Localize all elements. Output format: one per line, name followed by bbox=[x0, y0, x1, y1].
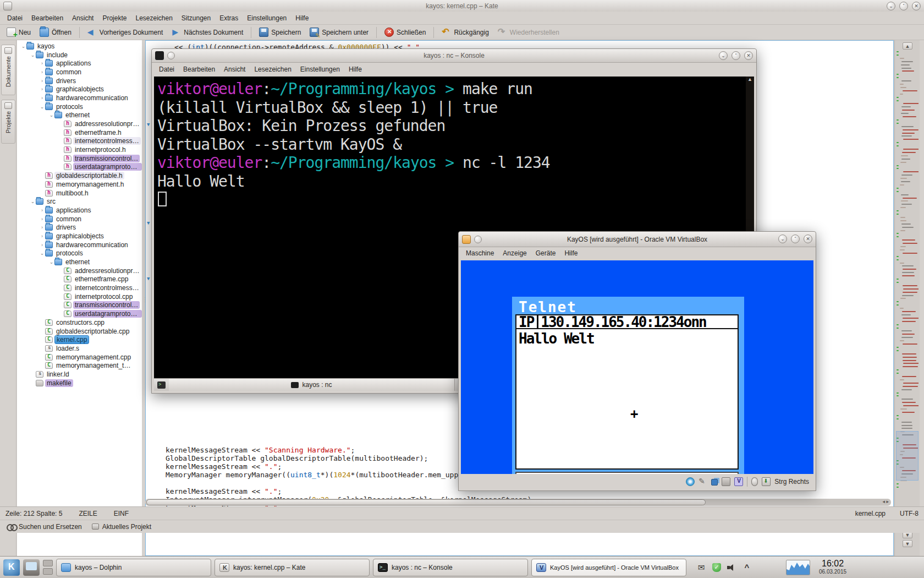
r-ckg-ngig-button[interactable]: Rückgängig bbox=[438, 26, 492, 38]
security-shield-icon[interactable]: ✓ bbox=[712, 563, 721, 572]
tree-file-linker.ld[interactable]: linker.ld bbox=[17, 370, 142, 379]
menu-item-datei[interactable]: Datei bbox=[3, 13, 26, 24]
tree-folder-drivers[interactable]: ›drivers bbox=[17, 77, 142, 85]
menu-item-ansicht[interactable]: Ansicht bbox=[68, 13, 97, 24]
app-launcher-icon[interactable] bbox=[3, 559, 20, 576]
encoding-indicator[interactable]: UTF-8 bbox=[900, 510, 919, 517]
tree-file-userdatagramprotoc-[interactable]: userdatagramprotoc… bbox=[17, 163, 142, 172]
menu-item-bearbeiten[interactable]: Bearbeiten bbox=[28, 13, 67, 24]
new-tab-icon[interactable] bbox=[157, 381, 166, 389]
virtual-desktop-pager[interactable] bbox=[43, 560, 53, 575]
tree-file-internetcontrolmess-[interactable]: internetcontrolmess… bbox=[17, 283, 142, 292]
tree-file-userdatagramprotoc-[interactable]: userdatagramprotoc… bbox=[17, 309, 142, 318]
optical-disc-icon[interactable] bbox=[686, 477, 695, 486]
tree-folder-ethernet[interactable]: ⌄ethernet bbox=[17, 258, 142, 266]
shared-folder-icon[interactable] bbox=[722, 477, 730, 486]
vm-telnet-window[interactable]: Telnet IP 130.149.165.40:1234 onn Hallo … bbox=[512, 297, 744, 474]
tree-file-internetcontrolmess-[interactable]: internetcontrolmess… bbox=[17, 137, 142, 146]
tree-folder-ethernet[interactable]: ⌄ethernet bbox=[17, 111, 142, 120]
tree-folder-hardwarecommunication[interactable]: ›hardwarecommunication bbox=[17, 94, 142, 102]
expand-icon[interactable]: › bbox=[39, 208, 45, 213]
collapse-icon[interactable]: ⌄ bbox=[39, 250, 45, 256]
tree-file-transmissioncontrol-[interactable]: transmissioncontrol… bbox=[17, 301, 142, 310]
tree-file-ethernetframe.h[interactable]: ethernetframe.h bbox=[17, 128, 142, 137]
current-project-tool[interactable]: Aktuelles Projekt bbox=[92, 523, 151, 531]
selection-mode[interactable]: ZEILE bbox=[79, 510, 97, 517]
menu-item-anzeige[interactable]: Anzeige bbox=[499, 248, 530, 259]
collapse-icon[interactable]: ⌄ bbox=[48, 259, 54, 265]
tree-file-memorymanagement.h[interactable]: memorymanagement.h bbox=[17, 180, 142, 189]
tree-file-internetprotocol.h[interactable]: internetprotocol.h bbox=[17, 145, 142, 154]
editor-minimap-scrollbar[interactable]: ▲ ▼ ▼ bbox=[894, 40, 920, 556]
tree-folder-drivers[interactable]: ›drivers bbox=[17, 223, 142, 232]
menu-item-maschine[interactable]: Maschine bbox=[462, 248, 498, 259]
terminal-tab[interactable]: kayos : nc bbox=[169, 379, 455, 391]
expand-icon[interactable]: › bbox=[39, 86, 45, 92]
tree-folder-graphicalobjects[interactable]: ›graphicalobjects bbox=[17, 85, 142, 94]
fold-arrow-icon[interactable]: ▼ bbox=[147, 122, 150, 127]
menu-item-bearbeiten[interactable]: Bearbeiten bbox=[179, 64, 219, 75]
tree-file-addressresolutionpr-[interactable]: addressresolutionpr… bbox=[17, 119, 142, 128]
search-replace-tool[interactable]: Suchen und Ersetzen bbox=[7, 523, 82, 531]
menu-item-geräte[interactable]: Geräte bbox=[532, 248, 560, 259]
scroll-up-icon[interactable]: ▲ bbox=[903, 42, 912, 50]
virtualbox-window[interactable]: KayOS [wird ausgeführt] - Oracle VM Virt… bbox=[458, 231, 816, 491]
scroll-down-icon[interactable]: ▼ bbox=[903, 540, 912, 547]
n-chstes-dokument-button[interactable]: Nächstes Dokument bbox=[168, 26, 246, 38]
konsole-titlebar[interactable]: kayos : nc – Konsole ⌄ ˆ ✕ bbox=[152, 49, 756, 63]
tree-folder-applications[interactable]: ›applications bbox=[17, 206, 142, 215]
volume-icon[interactable] bbox=[727, 564, 736, 571]
desktop-2-square[interactable] bbox=[43, 568, 53, 575]
menu-item-einstellungen[interactable]: Einstellungen bbox=[296, 64, 344, 75]
tree-file-constructors.cpp[interactable]: constructors.cpp bbox=[17, 318, 142, 327]
expand-icon[interactable]: › bbox=[39, 95, 45, 101]
expand-icon[interactable]: › bbox=[39, 225, 45, 230]
taskbar-task-kate[interactable]: kayos: kernel.cpp – Kate bbox=[215, 559, 370, 576]
collapse-icon[interactable]: ⌄ bbox=[30, 52, 36, 58]
menu-item-einstellungen[interactable]: Einstellungen bbox=[243, 13, 290, 24]
menu-item-lesezeichen[interactable]: Lesezeichen bbox=[250, 64, 295, 75]
tree-folder-kayos[interactable]: ⌄kayos bbox=[17, 42, 142, 51]
menu-item-sitzungen[interactable]: Sitzungen bbox=[178, 13, 215, 24]
expand-icon[interactable]: › bbox=[39, 233, 45, 239]
tree-folder-protocols[interactable]: ⌄protocols bbox=[17, 249, 142, 258]
expand-icon[interactable]: › bbox=[39, 216, 45, 222]
tree-file-globaldescriptortable.h[interactable]: globaldescriptortable.h bbox=[17, 171, 142, 180]
vbox-minimize-button[interactable]: ⌄ bbox=[778, 235, 787, 243]
menu-item-hilfe[interactable]: Hilfe bbox=[560, 248, 581, 259]
kate-maximize-button[interactable]: ˆ bbox=[899, 2, 908, 10]
desktop-1-square[interactable] bbox=[43, 560, 53, 566]
ip-input[interactable]: 130.149.165.40:1234 bbox=[537, 315, 683, 329]
sidebar-tab-projekte[interactable]: Projekte bbox=[1, 100, 15, 144]
expand-icon[interactable]: › bbox=[39, 61, 45, 66]
tree-file-memorymanagement-t-[interactable]: memorymanagement_t… bbox=[17, 361, 142, 370]
tree-file-kernel.cpp[interactable]: kernel.cpp bbox=[17, 335, 142, 344]
speichern-button[interactable]: Speichern bbox=[256, 26, 304, 38]
-ffnen-button[interactable]: Öffnen bbox=[36, 26, 75, 38]
vorheriges-dokument-button[interactable]: Vorheriges Dokument bbox=[84, 26, 166, 38]
neu-button[interactable]: Neu bbox=[3, 26, 34, 38]
tray-expand-icon[interactable]: ^ bbox=[742, 563, 752, 572]
minimap-viewport[interactable] bbox=[896, 431, 919, 481]
tree-file-globaldescriptortable.cpp[interactable]: globaldescriptortable.cpp bbox=[17, 327, 142, 336]
tree-folder-common[interactable]: ›common bbox=[17, 68, 142, 77]
sidebar-tab-dokumente[interactable]: Dokumente bbox=[1, 45, 15, 95]
insert-mode[interactable]: EINF bbox=[114, 510, 129, 517]
virtualization-chip-icon[interactable] bbox=[734, 477, 743, 486]
expand-icon[interactable]: › bbox=[39, 78, 45, 84]
menu-item-ansicht[interactable]: Ansicht bbox=[220, 64, 249, 75]
menu-item-extras[interactable]: Extras bbox=[216, 13, 242, 24]
mouse-capture-icon[interactable] bbox=[751, 477, 758, 486]
vbox-maximize-button[interactable]: ˆ bbox=[791, 235, 800, 243]
tree-folder-src[interactable]: ⌄src bbox=[17, 197, 142, 206]
connect-button-fragment[interactable]: onn bbox=[684, 315, 706, 329]
tree-file-ethernetframe.cpp[interactable]: ethernetframe.cpp bbox=[17, 275, 142, 284]
mail-icon[interactable]: ✉ bbox=[696, 563, 706, 572]
fold-arrow-icon[interactable]: ▼ bbox=[147, 220, 150, 226]
tree-folder-common[interactable]: ›common bbox=[17, 215, 142, 223]
tree-folder-applications[interactable]: ›applications bbox=[17, 59, 142, 68]
telnet-ip-row[interactable]: IP 130.149.165.40:1234 onn bbox=[516, 315, 738, 329]
collapse-icon[interactable]: ⌄ bbox=[39, 104, 45, 110]
expand-icon[interactable]: › bbox=[39, 242, 45, 248]
tree-file-transmissioncontrol-[interactable]: transmissioncontrol… bbox=[17, 154, 142, 163]
